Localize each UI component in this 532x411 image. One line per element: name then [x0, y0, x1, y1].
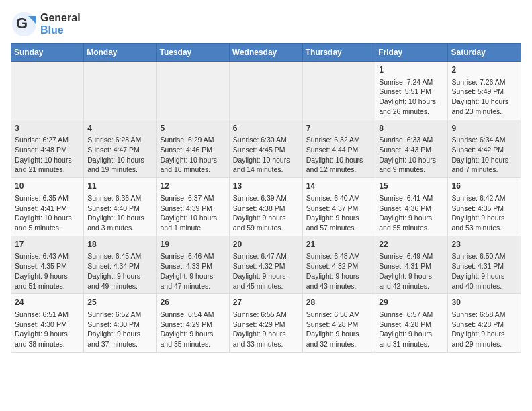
day-number: 21: [306, 239, 372, 250]
calendar-cell: 14Sunrise: 6:40 AM Sunset: 4:37 PM Dayli…: [302, 178, 375, 236]
day-number: 24: [15, 297, 80, 308]
day-number: 20: [233, 239, 299, 250]
day-number: 1: [379, 64, 444, 76]
day-number: 30: [451, 297, 517, 308]
calendar-week-row: 17Sunrise: 6:43 AM Sunset: 4:35 PM Dayli…: [11, 236, 521, 294]
calendar-cell: 9Sunrise: 6:34 AM Sunset: 4:42 PM Daylig…: [448, 120, 521, 178]
calendar-cell: 19Sunrise: 6:46 AM Sunset: 4:33 PM Dayli…: [157, 236, 229, 294]
day-number: 6: [233, 123, 299, 134]
day-info: Sunrise: 6:49 AM Sunset: 4:31 PM Dayligh…: [379, 251, 444, 291]
calendar-cell: 4Sunrise: 6:28 AM Sunset: 4:47 PM Daylig…: [84, 120, 157, 178]
day-number: 19: [160, 239, 225, 250]
calendar-cell: 18Sunrise: 6:45 AM Sunset: 4:34 PM Dayli…: [84, 236, 157, 294]
calendar-table: SundayMondayTuesdayWednesdayThursdayFrid…: [11, 43, 521, 353]
calendar-cell: 12Sunrise: 6:37 AM Sunset: 4:39 PM Dayli…: [157, 178, 229, 236]
day-info: Sunrise: 6:41 AM Sunset: 4:36 PM Dayligh…: [379, 193, 444, 233]
day-number: 18: [87, 239, 152, 250]
calendar-cell: 20Sunrise: 6:47 AM Sunset: 4:32 PM Dayli…: [229, 236, 302, 294]
day-info: Sunrise: 6:56 AM Sunset: 4:28 PM Dayligh…: [306, 310, 372, 349]
calendar-cell: 23Sunrise: 6:50 AM Sunset: 4:31 PM Dayli…: [448, 236, 521, 294]
day-info: Sunrise: 6:52 AM Sunset: 4:30 PM Dayligh…: [87, 310, 152, 349]
day-number: 12: [160, 181, 225, 192]
day-info: Sunrise: 6:29 AM Sunset: 4:46 PM Dayligh…: [160, 135, 225, 175]
calendar-cell: 2Sunrise: 7:26 AM Sunset: 5:49 PM Daylig…: [448, 62, 521, 120]
day-info: Sunrise: 6:48 AM Sunset: 4:32 PM Dayligh…: [306, 251, 372, 291]
day-info: Sunrise: 6:34 AM Sunset: 4:42 PM Dayligh…: [451, 135, 517, 175]
weekday-header-sunday: Sunday: [11, 44, 84, 62]
calendar-week-row: 24Sunrise: 6:51 AM Sunset: 4:30 PM Dayli…: [11, 294, 521, 353]
weekday-header-tuesday: Tuesday: [157, 44, 229, 62]
calendar-cell: 29Sunrise: 6:57 AM Sunset: 4:28 PM Dayli…: [375, 294, 448, 353]
page-header: GGeneralBlue: [11, 11, 521, 38]
day-number: 29: [379, 297, 444, 308]
logo: GGeneralBlue: [11, 11, 81, 38]
calendar-cell: 15Sunrise: 6:41 AM Sunset: 4:36 PM Dayli…: [375, 178, 448, 236]
day-number: 8: [379, 123, 444, 134]
calendar-cell: 8Sunrise: 6:33 AM Sunset: 4:43 PM Daylig…: [375, 120, 448, 178]
calendar-cell: 25Sunrise: 6:52 AM Sunset: 4:30 PM Dayli…: [84, 294, 157, 353]
day-info: Sunrise: 6:37 AM Sunset: 4:39 PM Dayligh…: [160, 193, 225, 233]
weekday-header-friday: Friday: [375, 44, 448, 62]
day-info: Sunrise: 6:40 AM Sunset: 4:37 PM Dayligh…: [306, 193, 372, 233]
calendar-cell: [302, 62, 375, 120]
calendar-cell: 1Sunrise: 7:24 AM Sunset: 5:51 PM Daylig…: [375, 62, 448, 120]
calendar-cell: [11, 62, 84, 120]
calendar-cell: 6Sunrise: 6:30 AM Sunset: 4:45 PM Daylig…: [229, 120, 302, 178]
day-info: Sunrise: 6:35 AM Sunset: 4:41 PM Dayligh…: [15, 193, 80, 233]
calendar-cell: 3Sunrise: 6:27 AM Sunset: 4:48 PM Daylig…: [11, 120, 84, 178]
calendar-cell: 24Sunrise: 6:51 AM Sunset: 4:30 PM Dayli…: [11, 294, 84, 353]
calendar-cell: 16Sunrise: 6:42 AM Sunset: 4:35 PM Dayli…: [448, 178, 521, 236]
calendar-cell: 22Sunrise: 6:49 AM Sunset: 4:31 PM Dayli…: [375, 236, 448, 294]
day-number: 3: [15, 123, 80, 134]
day-info: Sunrise: 6:50 AM Sunset: 4:31 PM Dayligh…: [451, 251, 517, 291]
logo-text: GeneralBlue: [40, 12, 81, 36]
calendar-week-row: 3Sunrise: 6:27 AM Sunset: 4:48 PM Daylig…: [11, 120, 521, 178]
day-number: 9: [451, 123, 517, 134]
day-info: Sunrise: 6:30 AM Sunset: 4:45 PM Dayligh…: [233, 135, 299, 175]
svg-text:G: G: [16, 15, 28, 32]
day-info: Sunrise: 6:47 AM Sunset: 4:32 PM Dayligh…: [233, 251, 299, 291]
day-number: 14: [306, 181, 372, 192]
calendar-week-row: 10Sunrise: 6:35 AM Sunset: 4:41 PM Dayli…: [11, 178, 521, 236]
weekday-header-thursday: Thursday: [302, 44, 375, 62]
day-info: Sunrise: 6:55 AM Sunset: 4:29 PM Dayligh…: [233, 310, 299, 349]
calendar-cell: [157, 62, 229, 120]
day-number: 11: [87, 181, 152, 192]
day-number: 22: [379, 239, 444, 250]
day-number: 25: [87, 297, 152, 308]
day-number: 28: [306, 297, 372, 308]
day-number: 23: [451, 239, 517, 250]
day-number: 4: [87, 123, 152, 134]
calendar-cell: 26Sunrise: 6:54 AM Sunset: 4:29 PM Dayli…: [157, 294, 229, 353]
weekday-header-monday: Monday: [84, 44, 157, 62]
calendar-cell: 30Sunrise: 6:58 AM Sunset: 4:28 PM Dayli…: [448, 294, 521, 353]
day-info: Sunrise: 6:27 AM Sunset: 4:48 PM Dayligh…: [15, 135, 80, 175]
weekday-header-saturday: Saturday: [448, 44, 521, 62]
day-number: 10: [15, 181, 80, 192]
day-number: 26: [160, 297, 225, 308]
calendar-cell: 5Sunrise: 6:29 AM Sunset: 4:46 PM Daylig…: [157, 120, 229, 178]
day-info: Sunrise: 6:51 AM Sunset: 4:30 PM Dayligh…: [15, 310, 80, 349]
calendar-cell: 28Sunrise: 6:56 AM Sunset: 4:28 PM Dayli…: [302, 294, 375, 353]
day-info: Sunrise: 6:36 AM Sunset: 4:40 PM Dayligh…: [87, 193, 152, 233]
calendar-cell: 27Sunrise: 6:55 AM Sunset: 4:29 PM Dayli…: [229, 294, 302, 353]
day-info: Sunrise: 7:24 AM Sunset: 5:51 PM Dayligh…: [379, 77, 444, 117]
day-info: Sunrise: 6:43 AM Sunset: 4:35 PM Dayligh…: [15, 251, 80, 291]
day-info: Sunrise: 6:54 AM Sunset: 4:29 PM Dayligh…: [160, 310, 225, 349]
day-info: Sunrise: 6:42 AM Sunset: 4:35 PM Dayligh…: [451, 193, 517, 233]
calendar-header-row: SundayMondayTuesdayWednesdayThursdayFrid…: [11, 44, 521, 62]
day-info: Sunrise: 6:57 AM Sunset: 4:28 PM Dayligh…: [379, 310, 444, 349]
day-number: 27: [233, 297, 299, 308]
day-number: 15: [379, 181, 444, 192]
logo-general: General: [40, 12, 81, 24]
day-number: 2: [451, 64, 517, 76]
calendar-cell: 17Sunrise: 6:43 AM Sunset: 4:35 PM Dayli…: [11, 236, 84, 294]
calendar-cell: 10Sunrise: 6:35 AM Sunset: 4:41 PM Dayli…: [11, 178, 84, 236]
calendar-cell: 21Sunrise: 6:48 AM Sunset: 4:32 PM Dayli…: [302, 236, 375, 294]
day-info: Sunrise: 7:26 AM Sunset: 5:49 PM Dayligh…: [451, 77, 517, 117]
day-number: 16: [451, 181, 517, 192]
day-number: 7: [306, 123, 372, 134]
logo-icon: G: [11, 11, 38, 38]
day-info: Sunrise: 6:33 AM Sunset: 4:43 PM Dayligh…: [379, 135, 444, 175]
calendar-week-row: 1Sunrise: 7:24 AM Sunset: 5:51 PM Daylig…: [11, 62, 521, 120]
